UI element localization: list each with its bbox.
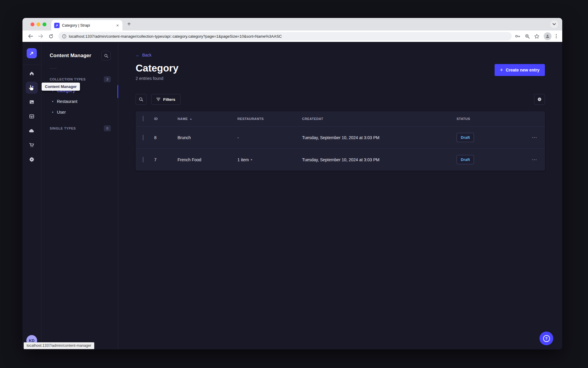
bullet-icon <box>52 101 53 102</box>
reload-icon[interactable] <box>47 32 55 40</box>
cell-createdat: Tuesday, September 10, 2024 at 3:03 PM <box>302 157 457 162</box>
create-button-label: Create new entry <box>506 68 539 72</box>
question-mark-icon: ? <box>543 335 550 342</box>
strapi-admin-app: KD Content Manager COLLECTION TYPES 3 <box>22 42 562 349</box>
row-actions-button[interactable]: ⋯ <box>532 157 537 162</box>
bullet-icon <box>52 112 53 113</box>
password-key-icon[interactable] <box>515 34 521 39</box>
window-minimize-button[interactable] <box>37 22 40 26</box>
back-link[interactable]: ← Back <box>136 53 545 57</box>
row-checkbox[interactable] <box>143 157 143 162</box>
column-header-name[interactable]: NAME ▲ <box>178 117 237 121</box>
page-info-icon[interactable] <box>62 34 66 39</box>
subnav-item-restaurant[interactable]: Restaurant <box>41 96 118 107</box>
filters-button[interactable]: Filters <box>151 94 181 105</box>
select-all-checkbox[interactable] <box>143 116 143 121</box>
column-header-id[interactable]: ID <box>154 117 178 121</box>
table-search-button[interactable] <box>136 94 146 105</box>
subnav-search-button[interactable] <box>101 51 111 60</box>
content-manager-icon[interactable] <box>26 82 38 94</box>
cell-name: French Food <box>178 157 237 162</box>
subnav-title: Content Manager <box>50 53 91 59</box>
column-header-restaurants[interactable]: RESTAURANTS <box>237 117 302 121</box>
main-content: ← Back Category 2 entries found + Create… <box>118 42 562 349</box>
row-checkbox[interactable] <box>143 135 143 140</box>
create-new-entry-button[interactable]: + Create new entry <box>495 64 545 76</box>
help-button[interactable]: ? <box>539 331 553 345</box>
bookmark-star-icon[interactable] <box>534 34 539 39</box>
cell-id: 8 <box>154 135 178 140</box>
tab-search-button[interactable] <box>550 20 558 28</box>
browser-toolbar: localhost:1337/admin/content-manager/col… <box>22 31 562 42</box>
browser-window: Category | Strapi × + local <box>22 18 562 349</box>
filter-icon <box>156 98 160 101</box>
filters-label: Filters <box>163 97 175 102</box>
subnav-divider <box>50 68 57 69</box>
back-label: Back <box>142 53 151 57</box>
tab-title: Category | Strapi <box>62 23 113 28</box>
marketplace-cart-icon[interactable] <box>26 139 38 151</box>
browser-tab-strip: Category | Strapi × + <box>22 18 562 31</box>
tab-close-icon[interactable]: × <box>116 23 119 28</box>
main-nav-rail: KD <box>22 42 41 349</box>
table-row[interactable]: 8 Brunch - Tuesday, September 10, 2024 a… <box>136 126 545 148</box>
window-close-button[interactable] <box>31 22 34 26</box>
home-icon[interactable] <box>26 67 38 79</box>
cell-createdat: Tuesday, September 10, 2024 at 3:03 PM <box>302 135 457 140</box>
column-header-status[interactable]: STATUS <box>457 117 516 121</box>
entries-count: 2 entries found <box>136 76 178 81</box>
window-zoom-button[interactable] <box>43 22 46 26</box>
url-bar[interactable]: localhost:1337/admin/content-manager/col… <box>58 32 512 40</box>
link-preview-statusbar: localhost:1337/admin/content-manager <box>24 342 94 349</box>
strapi-favicon-icon <box>54 23 60 28</box>
table-header-row: ID NAME ▲ RESTAURANTS CREATEDAT STATUS <box>136 111 545 126</box>
view-settings-button[interactable] <box>534 94 545 105</box>
desktop: Category | Strapi × + local <box>0 0 588 368</box>
subnav-item-label: User <box>57 110 66 115</box>
url-text: localhost:1337/admin/content-manager/col… <box>69 34 282 39</box>
cell-id: 7 <box>154 157 178 162</box>
back-arrow-icon: ← <box>136 53 140 57</box>
subnav-item-label: Restaurant <box>57 99 77 104</box>
media-library-icon[interactable] <box>26 96 38 108</box>
forward-nav-icon[interactable] <box>37 32 45 40</box>
new-tab-button[interactable]: + <box>127 21 131 27</box>
status-badge: Draft <box>457 133 474 142</box>
row-actions-button[interactable]: ⋯ <box>532 135 537 140</box>
cell-restaurants: - <box>237 135 302 140</box>
single-types-count-badge: 0 <box>104 125 111 131</box>
plus-icon: + <box>500 67 503 73</box>
cell-restaurants[interactable]: 1 item ▾ <box>237 157 302 162</box>
browser-tab[interactable]: Category | Strapi × <box>51 20 122 31</box>
collection-types-count-badge: 3 <box>104 76 111 82</box>
content-type-builder-icon[interactable] <box>26 110 38 122</box>
content-manager-tooltip: Content Manager <box>42 83 80 91</box>
collection-types-label: COLLECTION TYPES <box>50 77 86 81</box>
status-badge: Draft <box>457 155 474 164</box>
table-row[interactable]: 7 French Food 1 item ▾ Tuesday, Septembe… <box>136 148 545 171</box>
deploy-cloud-icon[interactable] <box>26 125 38 137</box>
column-header-createdat[interactable]: CREATEDAT <box>302 117 457 121</box>
settings-gear-icon[interactable] <box>26 153 38 165</box>
strapi-logo[interactable] <box>27 48 37 58</box>
chevron-down-icon: ▾ <box>251 158 252 161</box>
subnav-item-user[interactable]: User <box>41 107 118 118</box>
toolbar-right-icons <box>515 32 558 40</box>
page-title: Category <box>136 63 178 74</box>
zoom-icon[interactable] <box>525 34 530 39</box>
browser-menu-icon[interactable] <box>556 34 557 39</box>
sort-asc-icon[interactable]: ▲ <box>190 118 192 120</box>
entries-table: ID NAME ▲ RESTAURANTS CREATEDAT STATUS 8 <box>136 111 545 171</box>
single-types-label: SINGLE TYPES <box>50 127 76 130</box>
back-nav-icon[interactable] <box>27 32 34 40</box>
cell-name: Brunch <box>178 135 237 140</box>
browser-profile-avatar[interactable] <box>544 32 551 40</box>
